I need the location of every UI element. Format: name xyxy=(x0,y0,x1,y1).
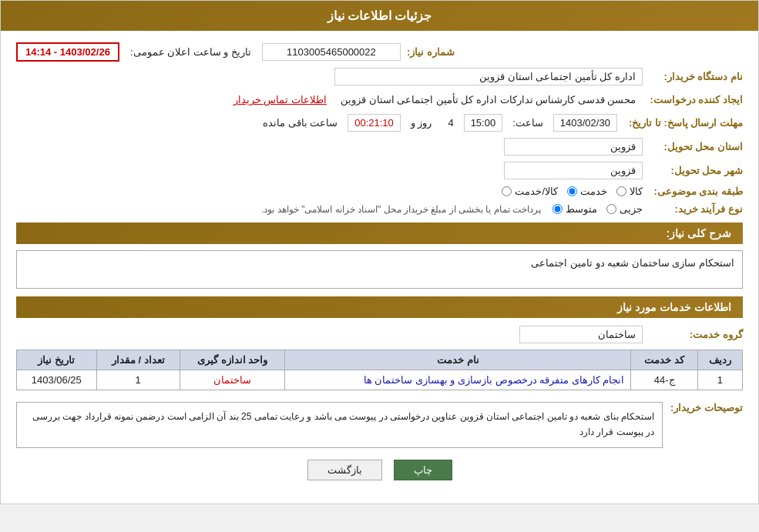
cell-date: 1403/06/25 xyxy=(17,370,97,390)
process-jozii[interactable]: جزیی xyxy=(606,203,643,215)
category-radio-group: کالا/خدمت خدمت کالا xyxy=(502,186,643,197)
need-description-box: استحکام سازی ساختمان شعبه دو تامین اجتما… xyxy=(16,250,743,289)
services-table: ردیف کد خدمت نام خدمت واحد اندازه گیری ت… xyxy=(16,350,743,390)
cell-name: انجام کارهای متفرقه درخصوص بازسازی و بهس… xyxy=(285,370,631,390)
deadline-label: مهلت ارسال پاسخ: تا تاریخ: xyxy=(621,117,743,129)
page-title: جزئیات اطلاعات نیاز xyxy=(1,1,758,31)
category-kala-khedmat[interactable]: کالا/خدمت xyxy=(502,186,558,197)
buyer-notes-box: استحکام بنای شعبه دو تامین اجتماعی استان… xyxy=(16,402,663,448)
col-row-num: ردیف xyxy=(697,350,742,370)
deadline-remaining: 00:21:10 xyxy=(348,114,401,132)
need-description-header: شرح کلی نیاز: xyxy=(16,223,743,244)
deadline-date: 1403/02/30 xyxy=(553,114,617,132)
process-radio-group: متوسط جزیی xyxy=(552,203,643,215)
category-label: طبقه بندی موضوعی: xyxy=(643,186,743,197)
col-date: تاریخ نیاز xyxy=(17,350,97,370)
province-value: قزوین xyxy=(504,138,643,156)
process-mottavasseth[interactable]: متوسط xyxy=(552,203,597,215)
deadline-remaining-label: ساعت باقی مانده xyxy=(257,115,344,131)
deadline-time-label: ساعت: xyxy=(506,115,549,131)
group-value: ساختمان xyxy=(519,326,643,343)
need-number-value: 1103005465000022 xyxy=(262,43,401,61)
cell-unit: ساختمان xyxy=(180,370,285,390)
category-kala[interactable]: کالا xyxy=(616,186,643,197)
col-name: نام خدمت xyxy=(285,350,631,370)
category-khedmat[interactable]: خدمت xyxy=(567,186,607,197)
buyer-notes-label: توصیحات خریدار: xyxy=(670,402,743,413)
cell-code: ج-44 xyxy=(631,370,698,390)
deadline-days-label: روز و xyxy=(405,115,438,131)
announce-date-label: تاریخ و ساعت اعلان عمومی: xyxy=(126,46,256,58)
cell-row-num: 1 xyxy=(697,370,742,390)
province-label: استان محل تحویل: xyxy=(643,141,743,152)
process-note: پرداخت تمام یا بخشی از مبلغ خریداز محل "… xyxy=(261,204,541,215)
creator-value: محسن قدسی کارشناس تدارکات اداره کل تأمین… xyxy=(334,92,643,108)
action-buttons: چاپ بازگشت xyxy=(16,460,743,492)
city-value: قزوین xyxy=(504,162,643,179)
cell-quantity: 1 xyxy=(96,370,180,390)
print-button[interactable]: چاپ xyxy=(394,460,452,480)
col-code: کد خدمت xyxy=(631,350,698,370)
creator-label: ایجاد کننده درخواست: xyxy=(642,94,743,105)
deadline-time: 15:00 xyxy=(464,114,503,132)
group-label: گروه خدمت: xyxy=(643,329,743,340)
buyer-org-value: اداره کل تأمین اجتماعی استان قزوین xyxy=(334,68,643,85)
buyer-org-label: نام دستگاه خریدار: xyxy=(643,71,743,82)
col-unit: واحد اندازه گیری xyxy=(180,350,285,370)
announce-date-value: 1403/02/26 - 14:14 xyxy=(16,42,119,62)
need-number-label: شماره نیاز: xyxy=(407,46,458,58)
contact-link[interactable]: اطلاعات تماس خریدار xyxy=(233,94,327,105)
back-button[interactable]: بازگشت xyxy=(307,460,382,480)
col-quantity: تعداد / مقدار xyxy=(96,350,180,370)
city-label: شهر محل تحویل: xyxy=(643,165,743,176)
deadline-days-value: 4 xyxy=(442,115,459,131)
process-label: نوع فرآیند خرید: xyxy=(643,203,743,215)
table-row: 1 ج-44 انجام کارهای متفرقه درخصوص بازساز… xyxy=(17,370,743,390)
services-header: اطلاعات خدمات مورد نیاز xyxy=(16,296,743,318)
